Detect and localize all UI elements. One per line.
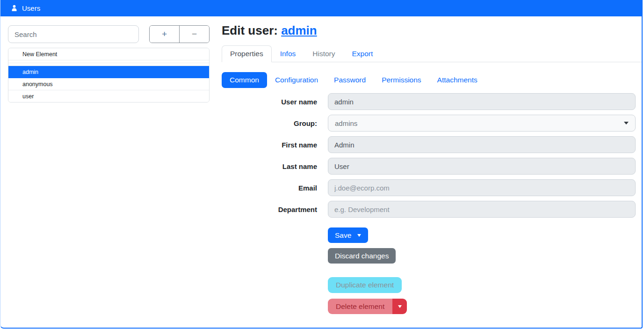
add-element-button[interactable]: + <box>150 26 180 43</box>
page-title-prefix: Edit user: <box>222 23 281 37</box>
user-list: New Element admin anonymous user <box>8 48 210 103</box>
tab-properties[interactable]: Properties <box>222 45 272 62</box>
search-input[interactable] <box>8 25 139 43</box>
delete-dropdown-caret-icon <box>398 305 402 308</box>
app-title: Users <box>22 4 40 12</box>
subtab-attachments[interactable]: Attachments <box>429 72 485 88</box>
save-button[interactable]: Save <box>328 227 368 243</box>
delete-dropdown-toggle[interactable] <box>392 299 407 314</box>
lastname-label: Last name <box>222 162 317 170</box>
subtab-common[interactable]: Common <box>222 72 267 88</box>
group-label: Group: <box>222 119 317 127</box>
username-field[interactable] <box>328 93 636 110</box>
delete-element-button: Delete element <box>328 299 392 314</box>
user-form: User name Group: admins First <box>222 93 642 218</box>
top-navbar: Users <box>0 0 642 16</box>
subtab-configuration[interactable]: Configuration <box>267 72 326 88</box>
group-select[interactable]: admins <box>328 115 636 132</box>
page-title: Edit user: admin <box>222 23 642 38</box>
user-icon <box>10 4 18 12</box>
subtab-permissions[interactable]: Permissions <box>374 72 429 88</box>
duplicate-element-button: Duplicate element <box>328 277 402 293</box>
chevron-down-icon <box>624 122 629 125</box>
lastname-field[interactable] <box>328 158 636 175</box>
email-label: Email <box>222 184 317 192</box>
subtab-password[interactable]: Password <box>326 72 374 88</box>
subtab-bar: Common Configuration Password Permission… <box>222 72 642 88</box>
add-remove-button-group: + − <box>149 25 210 43</box>
firstname-field[interactable] <box>328 136 636 153</box>
list-item-anonymous[interactable]: anonymous <box>8 78 209 90</box>
list-item-user[interactable]: user <box>8 90 209 102</box>
department-label: Department <box>222 205 317 213</box>
firstname-label: First name <box>222 141 317 149</box>
discard-changes-button[interactable]: Discard changes <box>328 248 396 264</box>
tab-bar: Properties Infos History Export <box>222 45 642 62</box>
main-panel: Edit user: admin Properties Infos Histor… <box>210 16 642 323</box>
tab-history: History <box>304 45 343 62</box>
delete-element-split-button: Delete element <box>328 299 407 314</box>
app-window: Users + − New Element admin anonymous us… <box>0 0 643 329</box>
tab-infos[interactable]: Infos <box>272 45 304 62</box>
save-button-label: Save <box>335 231 351 240</box>
action-buttons: Save Discard changes Duplicate element D… <box>328 222 642 323</box>
save-dropdown-caret-icon <box>357 234 361 237</box>
sidebar: + − New Element admin anonymous user <box>0 16 210 323</box>
edited-user-link[interactable]: admin <box>281 23 317 37</box>
email-field[interactable] <box>328 179 636 196</box>
list-item-new-element[interactable]: New Element <box>8 48 209 60</box>
remove-element-button[interactable]: − <box>180 26 209 43</box>
group-select-value: admins <box>335 119 357 127</box>
tab-export[interactable]: Export <box>344 45 382 62</box>
department-field[interactable] <box>328 201 636 218</box>
username-label: User name <box>222 98 317 106</box>
list-item-admin[interactable]: admin <box>8 66 209 78</box>
